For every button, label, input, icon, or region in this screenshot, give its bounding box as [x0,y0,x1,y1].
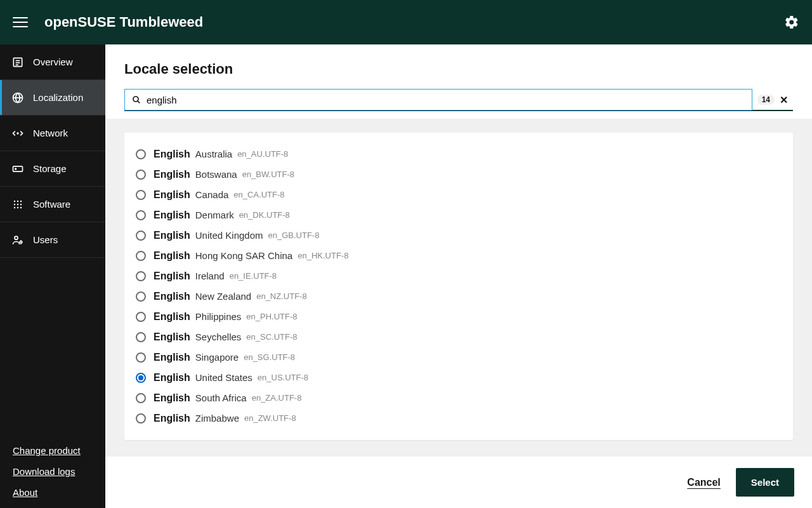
locale-option[interactable]: EnglishIrelanden_IE.UTF-8 [136,266,782,286]
sidebar-item-storage[interactable]: Storage [0,151,105,187]
locale-option[interactable]: EnglishUnited Statesen_US.UTF-8 [136,368,782,388]
search-meta: 14 ✕ [752,89,793,110]
locale-language: English [154,391,190,406]
locale-option[interactable]: EnglishCanadaen_CA.UTF-8 [136,185,782,205]
radio-icon[interactable] [136,149,146,159]
result-count-badge: 14 [757,95,775,105]
sidebar-item-overview[interactable]: Overview [0,44,105,80]
svg-point-9 [17,200,19,202]
locale-option[interactable]: EnglishSouth Africaen_ZA.UTF-8 [136,388,782,408]
locale-language: English [154,147,190,162]
locale-code: en_GB.UTF-8 [268,228,320,243]
locale-option[interactable]: EnglishUnited Kingdomen_GB.UTF-8 [136,225,782,246]
network-icon [11,127,24,140]
locale-region: New Zealand [195,289,251,304]
locale-language: English [154,350,190,365]
locale-option[interactable]: EnglishDenmarken_DK.UTF-8 [136,205,782,225]
locale-code: en_BW.UTF-8 [242,167,294,182]
locale-code: en_NZ.UTF-8 [256,289,306,304]
locale-code: en_CA.UTF-8 [233,187,284,203]
sidebar-item-label: Storage [33,163,67,174]
sidebar-item-users[interactable]: Users [0,222,105,258]
svg-point-10 [20,200,22,202]
locale-region: United States [195,370,252,385]
locale-option[interactable]: EnglishZimbabween_ZW.UTF-8 [136,408,782,429]
svg-point-15 [17,206,19,208]
locale-option[interactable]: EnglishSingaporeen_SG.UTF-8 [136,347,782,368]
sidebar-item-localization[interactable]: Localization [0,80,105,116]
locale-option[interactable]: EnglishSeychellesen_SC.UTF-8 [136,327,782,347]
locale-language: English [154,208,190,223]
locale-code: en_ZW.UTF-8 [244,411,296,426]
locale-code: en_PH.UTF-8 [246,309,297,324]
locale-language: English [154,187,190,203]
locale-region: Philippines [195,309,242,324]
locale-option[interactable]: EnglishAustraliaen_AU.UTF-8 [136,144,782,164]
sidebar-footer: Change product Download logs About [0,445,105,508]
radio-icon[interactable] [136,170,146,180]
locale-code: en_SC.UTF-8 [246,330,297,345]
overview-icon [11,56,24,69]
radio-icon[interactable] [136,312,146,322]
search-box[interactable] [124,89,752,110]
radio-icon[interactable] [136,291,146,302]
hamburger-menu-icon[interactable] [13,15,28,30]
sidebar-item-label: Users [33,234,58,245]
radio-icon[interactable] [136,231,146,241]
locale-code: en_ZA.UTF-8 [252,391,302,406]
locale-region: Australia [195,147,232,162]
radio-icon[interactable] [136,332,146,342]
locale-region: Botswana [195,167,237,182]
sidebar-item-label: Software [33,199,70,210]
radio-icon[interactable] [136,413,146,424]
radio-icon[interactable] [136,271,146,281]
sidebar-item-label: Localization [33,92,83,103]
cancel-button[interactable]: Cancel [687,477,720,488]
users-icon [11,234,24,246]
locale-region: Hong Kong SAR China [195,248,292,264]
locale-language: English [154,248,190,264]
select-button[interactable]: Select [736,468,794,497]
locale-code: en_IE.UTF-8 [230,269,277,284]
locale-option[interactable]: EnglishHong Kong SAR Chinaen_HK.UTF-8 [136,246,782,266]
change-product-link[interactable]: Change product [13,445,93,456]
sidebar-item-network[interactable]: Network [0,116,105,151]
search-icon [131,95,141,105]
radio-icon[interactable] [136,210,146,220]
sidebar-item-software[interactable]: Software [0,187,105,222]
download-logs-link[interactable]: Download logs [13,466,93,477]
locale-language: English [154,228,190,243]
svg-point-13 [20,203,22,205]
radio-icon[interactable] [136,373,146,383]
svg-point-12 [17,203,19,205]
locale-code: en_DK.UTF-8 [239,208,290,223]
locale-language: English [154,167,190,182]
svg-point-16 [20,206,22,208]
svg-point-7 [15,168,16,170]
locale-code: en_HK.UTF-8 [298,248,348,264]
locale-option[interactable]: EnglishPhilippinesen_PH.UTF-8 [136,307,782,327]
locale-option[interactable]: EnglishBotswanaen_BW.UTF-8 [136,164,782,185]
radio-icon[interactable] [136,251,146,261]
locale-language: English [154,411,190,426]
locale-option[interactable]: EnglishNew Zealanden_NZ.UTF-8 [136,286,782,307]
radio-icon[interactable] [136,393,146,403]
globe-icon [11,91,24,104]
locale-language: English [154,330,190,345]
radio-icon[interactable] [136,352,146,363]
search-input[interactable] [147,95,745,105]
locale-region: South Africa [195,391,247,406]
locale-code: en_US.UTF-8 [258,370,308,385]
clear-search-icon[interactable]: ✕ [780,94,788,106]
radio-icon[interactable] [136,190,146,200]
locale-region: Ireland [195,269,225,284]
apps-icon [11,198,24,211]
svg-point-5 [17,133,18,134]
locale-language: English [154,289,190,304]
search-row: 14 ✕ [124,89,793,110]
about-link[interactable]: About [13,487,93,498]
svg-rect-6 [13,166,23,171]
gear-icon[interactable] [784,15,799,30]
svg-point-11 [14,203,16,205]
locale-region: Singapore [195,350,239,365]
